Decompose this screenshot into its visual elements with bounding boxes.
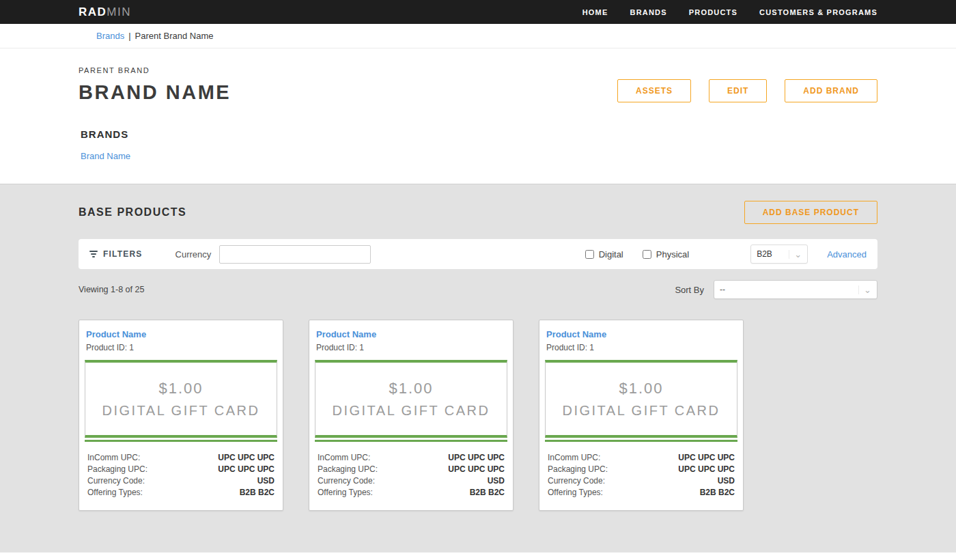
product-card: Product Name Product ID: 1 $1.00 DIGITAL…	[539, 320, 744, 511]
detail-value: USD	[257, 476, 275, 486]
nav-item-home[interactable]: HOME	[582, 8, 608, 16]
product-id: Product ID: 1	[316, 343, 506, 352]
detail-label: InComm UPC:	[318, 453, 370, 462]
filter-icon	[89, 251, 98, 257]
detail-label: Packaging UPC:	[87, 464, 147, 474]
add-brand-button[interactable]: ADD BRAND	[785, 79, 877, 102]
viewing-count: Viewing 1-8 of 25	[79, 285, 144, 294]
detail-row: Currency Code: USD	[318, 476, 505, 488]
add-base-product-button[interactable]: ADD BASE PRODUCT	[744, 201, 877, 224]
logo-secondary: MIN	[107, 5, 131, 18]
detail-label: Offering Types:	[318, 488, 373, 497]
brand-header-section: PARENT BRAND BRAND NAME ASSETS EDIT ADD …	[79, 48, 877, 184]
physical-label: Physical	[656, 249, 689, 260]
gift-card-image: $1.00 DIGITAL GIFT CARD	[545, 360, 737, 442]
product-details: InComm UPC: UPC UPC UPC Packaging UPC: U…	[539, 442, 743, 510]
filter-bar: FILTERS Currency Digital Physical B2B ⌄ …	[79, 239, 877, 269]
gift-card-title: DIGITAL GIFT CARD	[102, 403, 259, 419]
detail-value: UPC UPC UPC	[218, 464, 275, 474]
gift-card-price: $1.00	[389, 380, 433, 397]
detail-value: B2B B2C	[700, 488, 735, 497]
breadcrumb-bar: Brands | Parent Brand Name	[0, 24, 956, 48]
sort-by-dropdown[interactable]: -- ⌄	[714, 280, 877, 299]
detail-label: Currency Code:	[87, 476, 145, 486]
product-card: Product Name Product ID: 1 $1.00 DIGITAL…	[309, 320, 514, 511]
gift-card-price: $1.00	[619, 380, 663, 397]
detail-value: UPC UPC UPC	[678, 453, 735, 462]
detail-label: InComm UPC:	[87, 453, 140, 462]
brand-title-block: PARENT BRAND BRAND NAME	[79, 66, 231, 104]
offering-type-dropdown[interactable]: B2B ⌄	[750, 244, 808, 264]
logo-primary: RAD	[79, 5, 107, 18]
parent-brand-eyebrow: PARENT BRAND	[79, 66, 231, 74]
detail-label: Offering Types:	[548, 488, 603, 497]
sort-by-value: --	[720, 285, 725, 294]
product-name-link[interactable]: Product Name	[86, 329, 146, 339]
detail-row: Packaging UPC: UPC UPC UPC	[87, 464, 275, 476]
chevron-down-icon: ⌄	[858, 285, 871, 294]
filters-label: FILTERS	[103, 249, 143, 259]
child-brand-link[interactable]: Brand Name	[81, 151, 130, 161]
list-controls: Viewing 1-8 of 25 Sort By -- ⌄	[79, 280, 877, 299]
physical-checkbox-label[interactable]: Physical	[643, 249, 689, 260]
digital-checkbox-label[interactable]: Digital	[585, 249, 623, 260]
product-id: Product ID: 1	[86, 343, 276, 352]
detail-row: Currency Code: USD	[548, 476, 735, 488]
product-name-link[interactable]: Product Name	[546, 329, 606, 339]
detail-row: InComm UPC: UPC UPC UPC	[318, 453, 505, 464]
filters-toggle[interactable]: FILTERS	[89, 249, 143, 259]
brand-action-buttons: ASSETS EDIT ADD BRAND	[617, 79, 877, 102]
detail-row: Offering Types: B2B B2C	[87, 488, 275, 499]
breadcrumb-current: Parent Brand Name	[135, 31, 214, 41]
detail-label: Offering Types:	[87, 488, 143, 497]
physical-checkbox[interactable]	[643, 250, 651, 259]
edit-button[interactable]: EDIT	[709, 79, 767, 102]
detail-label: InComm UPC:	[548, 453, 600, 462]
brands-subtitle: BRANDS	[81, 128, 877, 140]
gift-card-price: $1.00	[158, 380, 203, 397]
detail-value: B2B B2C	[470, 488, 505, 497]
detail-row: Packaging UPC: UPC UPC UPC	[318, 464, 505, 476]
page-title: BRAND NAME	[79, 81, 231, 104]
product-details: InComm UPC: UPC UPC UPC Packaging UPC: U…	[309, 442, 513, 510]
product-name-link[interactable]: Product Name	[316, 329, 376, 339]
app-logo: RADMIN	[79, 5, 131, 19]
detail-label: Packaging UPC:	[318, 464, 378, 474]
breadcrumb-separator: |	[128, 31, 130, 41]
digital-checkbox[interactable]	[585, 250, 594, 259]
digital-label: Digital	[599, 249, 623, 260]
product-card: Product Name Product ID: 1 $1.00 DIGITAL…	[79, 320, 283, 511]
base-products-title: BASE PRODUCTS	[79, 206, 186, 219]
gift-card-title: DIGITAL GIFT CARD	[332, 403, 490, 419]
detail-row: Offering Types: B2B B2C	[548, 488, 735, 499]
nav-item-brands[interactable]: BRANDS	[630, 8, 666, 16]
gift-card-image: $1.00 DIGITAL GIFT CARD	[85, 360, 277, 442]
product-id: Product ID: 1	[546, 343, 736, 352]
detail-row: InComm UPC: UPC UPC UPC	[87, 453, 275, 464]
base-products-section: BASE PRODUCTS ADD BASE PRODUCT FILTERS C…	[0, 184, 956, 552]
detail-label: Currency Code:	[318, 476, 375, 486]
currency-label: Currency	[175, 249, 212, 260]
product-details: InComm UPC: UPC UPC UPC Packaging UPC: U…	[79, 442, 283, 510]
detail-label: Currency Code:	[548, 476, 605, 486]
assets-button[interactable]: ASSETS	[617, 79, 691, 102]
gift-card-title: DIGITAL GIFT CARD	[562, 403, 720, 419]
gift-card-image: $1.00 DIGITAL GIFT CARD	[315, 360, 507, 442]
page-footer	[0, 552, 956, 560]
currency-input[interactable]	[219, 245, 371, 264]
nav-links: HOME BRANDS PRODUCTS CUSTOMERS & PROGRAM…	[582, 8, 877, 16]
detail-row: Offering Types: B2B B2C	[318, 488, 505, 499]
nav-item-customers-programs[interactable]: CUSTOMERS & PROGRAMS	[759, 8, 877, 16]
sort-by-label: Sort By	[675, 285, 704, 295]
nav-item-products[interactable]: PRODUCTS	[689, 8, 737, 16]
detail-value: UPC UPC UPC	[448, 464, 505, 474]
chevron-down-icon: ⌄	[789, 250, 802, 259]
advanced-filters-link[interactable]: Advanced	[827, 249, 867, 260]
detail-value: USD	[488, 476, 505, 486]
offering-type-value: B2B	[757, 249, 772, 259]
breadcrumb-brands-link[interactable]: Brands	[96, 31, 124, 41]
detail-row: InComm UPC: UPC UPC UPC	[548, 453, 735, 464]
detail-value: USD	[718, 476, 735, 486]
detail-row: Currency Code: USD	[87, 476, 275, 488]
detail-value: UPC UPC UPC	[218, 453, 275, 462]
